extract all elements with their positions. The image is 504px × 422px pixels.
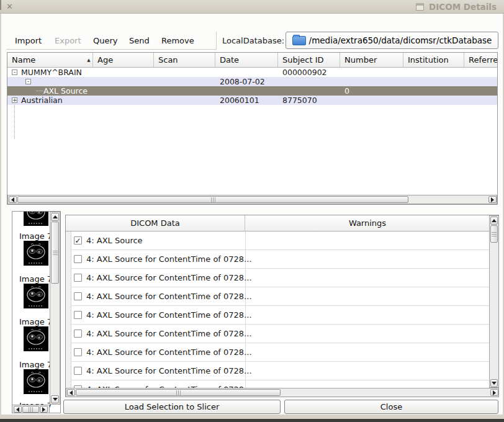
cell-name: Austrialian [21,96,63,105]
column-header-number[interactable]: Number [340,53,403,68]
dicom-row-label: 4: AXL Source for ContentTime of 0728... [86,250,252,269]
tree-guide-line [36,91,43,91]
column-header-name[interactable]: Name [7,53,93,68]
patient-table-header: Name ▲ Age Scan Date Subject ID Number I… [7,53,497,68]
thumbnail-image[interactable] [24,369,48,394]
patient-table-hscrollbar[interactable] [7,195,497,204]
patient-table: Name ▲ Age Scan Date Subject ID Number I… [7,52,498,205]
cell-date: 2008-07-02 [220,77,265,86]
title-bar[interactable]: ✕ DICOM Details [0,0,504,14]
scrollbar-thumb[interactable] [76,389,281,396]
dicom-row[interactable]: 4: AXL Source for ContentTime of 0728... [66,343,490,362]
expand-icon[interactable]: + [12,97,17,103]
dicom-row-label: 4: AXL Source [86,231,143,250]
dicom-row[interactable]: 4: AXL Source for ContentTime of 0728... [66,306,490,325]
thumbnail-hscrollbar[interactable] [12,405,50,413]
dicom-table-rows: ✓4: AXL Source 4: AXL Source for Content… [66,231,490,388]
collapse-icon[interactable]: - [12,70,17,75]
dicom-table-vscrollbar[interactable] [489,215,499,388]
send-button[interactable]: Send [128,32,151,49]
dicom-row[interactable]: 4: AXL Source for ContentTime of 0728... [66,269,490,287]
table-row-series-axl-source[interactable]: AXL Source 0 [7,86,497,96]
checkbox-unchecked[interactable] [74,255,82,263]
scroll-right-icon[interactable] [488,196,497,203]
column-header-scan[interactable]: Scan [154,53,215,68]
dicom-row[interactable]: 4: AXL Source for ContentTime of 0728... [66,325,490,343]
maximize-window-icon[interactable] [0,0,1,10]
dicom-data-table: DICOM Data Warnings ✓4: AXL Source 4: AX… [65,215,499,397]
scroll-up-icon[interactable] [490,217,498,225]
close-window-icon[interactable]: ✕ [6,2,13,11]
thumbnail-vscrollbar[interactable] [50,212,60,405]
scroll-up-icon[interactable] [51,213,59,221]
dicom-table-hscrollbar[interactable] [66,388,499,397]
scroll-right-icon[interactable] [490,389,498,396]
dicom-row-label: 4: AXL Source for ContentTime of 0728... [86,362,252,380]
dicom-row-label: 4: AXL Source for ContentTime of 0728... [86,343,252,362]
column-header-referrer[interactable]: Referrer [464,53,497,68]
local-database-label: LocalDatabase: [222,32,284,49]
remove-button[interactable]: Remove [160,32,196,49]
dicom-row[interactable]: 4: AXL Source for ContentTime of 0728... [66,287,490,306]
table-row-study[interactable]: - 2008-07-02 [7,77,497,86]
dicom-row[interactable]: 4: AXL Source for ContentTime of 0728... [66,250,490,269]
dicom-row[interactable]: 4: AXL Source for ContentTime of 0728... [66,362,490,380]
scroll-left-icon[interactable] [14,406,22,413]
collapse-icon[interactable]: - [25,79,31,84]
scroll-down-icon[interactable] [51,395,59,403]
sort-ascending-icon: ▲ [84,53,93,68]
cell-name: AXL Source [43,86,88,96]
load-selection-button[interactable]: Load Selection to Slicer [63,400,281,414]
thumbnail-image[interactable] [24,326,48,351]
dicom-details-window: ✕ DICOM Details Import Export Query Send… [0,0,504,422]
checkbox-checked[interactable]: ✓ [74,236,82,245]
checkbox-unchecked[interactable] [74,311,82,319]
cell-date: 20060101 [220,96,259,105]
scrollbar-thumb[interactable] [51,222,59,284]
column-header-institution[interactable]: Institution [403,53,464,68]
scroll-right-icon[interactable] [40,406,48,413]
toolbar-divider [6,49,216,50]
checkbox-unchecked[interactable] [74,274,82,282]
dicom-row-label: 4: AXL Source for ContentTime of 0728... [86,306,252,325]
table-row-patient-mummy-brain[interactable]: - MUMMY^BRAIN 000000902 [7,68,497,77]
thumbnail-image[interactable] [24,284,48,308]
title-group: DICOM Details [416,1,497,12]
column-header-dicom-data[interactable]: DICOM Data [66,215,245,231]
table-row-patient-austrialian[interactable]: + Austrialian 20060101 8775070 [7,96,497,105]
thumbnail-image[interactable] [24,212,48,226]
scroll-left-icon[interactable] [67,389,75,396]
cell-subject-id: 8775070 [282,96,317,105]
checkbox-unchecked[interactable] [74,348,82,356]
column-header-warnings[interactable]: Warnings [245,215,490,231]
dicom-row[interactable]: ✓4: AXL Source [66,231,490,250]
window-content: Import Export Query Send Remove LocalDat… [1,14,503,415]
scrollbar-thumb[interactable] [22,406,39,413]
window-icon [416,3,424,11]
checkbox-unchecked[interactable] [74,367,82,375]
checkbox-unchecked[interactable] [74,292,82,300]
close-button[interactable]: Close [284,400,498,414]
window-title: DICOM Details [429,2,497,12]
thumbnail-image[interactable] [24,241,48,266]
query-button[interactable]: Query [92,32,119,49]
cell-subject-id: 000000902 [282,68,327,77]
scroll-left-icon[interactable] [9,196,17,203]
column-header-subject-id[interactable]: Subject ID [278,53,340,68]
scroll-down-icon[interactable] [490,379,498,387]
dicom-row-label: 4: AXL Source for ContentTime of 0728... [86,287,252,306]
folder-icon [292,36,306,45]
checkbox-unchecked[interactable] [74,330,82,338]
window-bottom-edge [0,419,504,422]
column-header-age[interactable]: Age [93,53,154,68]
column-header-date[interactable]: Date [215,53,278,68]
dicom-row-label: 4: AXL Source for ContentTime of 0728... [86,325,252,343]
dicom-table-header: DICOM Data Warnings [66,215,490,231]
scrollbar-thumb[interactable] [490,225,498,243]
window-bottom-border [0,415,504,419]
database-path-button[interactable]: /media/extra650/data/dicomsr/ctkDatabase [286,32,498,49]
scrollbar-thumb[interactable] [17,196,408,203]
import-button[interactable]: Import [14,32,43,49]
toolbar-separator [216,32,217,50]
cell-number: 0 [344,86,349,96]
